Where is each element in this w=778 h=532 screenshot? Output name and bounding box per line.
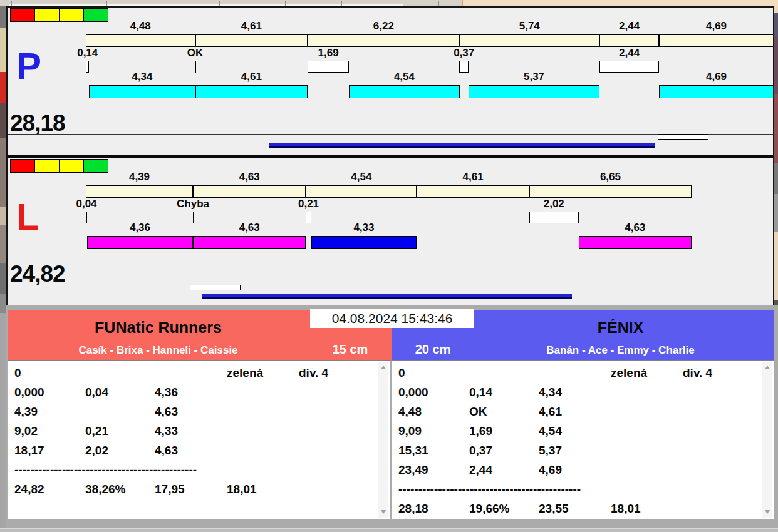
dog-run-label: 4,61 bbox=[217, 71, 286, 83]
jump-height-right: 20 cm bbox=[392, 342, 474, 357]
pass-gap-label: 1,69 bbox=[294, 47, 363, 59]
background-window-toolbar bbox=[0, 0, 778, 6]
dog-run-label: 4,34 bbox=[108, 71, 177, 83]
table-row: 4,48OK4,61 bbox=[392, 402, 761, 421]
time-cell: 9,09 bbox=[398, 421, 422, 441]
table-row: 9,091,694,54 bbox=[392, 421, 761, 441]
divider-dashes: ----------------------------------------… bbox=[398, 479, 581, 499]
lane-letter: L bbox=[16, 198, 39, 236]
edge-segment bbox=[0, 28, 6, 72]
table-row: 0zelenádiv. 4 bbox=[8, 363, 377, 382]
pass-tick bbox=[195, 61, 196, 73]
time-cell: 2,44 bbox=[469, 460, 492, 479]
split-time-label: 4,48 bbox=[106, 20, 175, 33]
summary-cell: 17,95 bbox=[155, 479, 185, 499]
scroll-up-icon[interactable] bbox=[381, 366, 386, 369]
pass-gap-label: Chyba bbox=[158, 198, 227, 210]
pass-gap-label: 0,14 bbox=[53, 47, 122, 59]
pass-gap-box bbox=[308, 61, 349, 73]
table-row: 24,8238,26%17,9518,01 bbox=[8, 479, 377, 499]
time-cell: 23,49 bbox=[398, 460, 428, 479]
scroll-down-icon[interactable] bbox=[381, 510, 386, 514]
timeline-track: 4,394,634,544,616,650,04Chyba0,212,024,3… bbox=[8, 158, 773, 305]
time-cell: 4,61 bbox=[539, 402, 562, 421]
table-row: 9,020,214,33 bbox=[8, 421, 377, 441]
pass-gap-box bbox=[459, 61, 468, 73]
edge-segment bbox=[774, 163, 778, 194]
time-cell: 4,54 bbox=[539, 421, 562, 441]
timeline-track: 4,484,616,225,742,444,690,14OK1,690,372,… bbox=[8, 8, 773, 155]
division-label: div. 4 bbox=[683, 363, 712, 382]
pass-gap-label: 0,04 bbox=[52, 198, 121, 210]
dog-run-label: 4,36 bbox=[105, 222, 174, 234]
progress-bar bbox=[269, 143, 655, 148]
pass-gap-box bbox=[86, 212, 87, 223]
scrollbar[interactable] bbox=[762, 362, 772, 518]
split-time-label: 4,61 bbox=[438, 171, 507, 183]
toolbar-divider bbox=[395, 1, 395, 6]
marker-box bbox=[190, 285, 241, 290]
status-label: zelená bbox=[611, 363, 647, 382]
scroll-down-icon[interactable] bbox=[765, 510, 770, 514]
split-segment bbox=[529, 185, 692, 198]
dog-run-bar bbox=[87, 236, 194, 249]
edge-segment bbox=[774, 94, 778, 163]
split-time-label: 4,63 bbox=[215, 171, 284, 183]
time-cell: 15,31 bbox=[398, 441, 428, 460]
split-segment bbox=[86, 185, 193, 198]
split-time-label: 6,22 bbox=[349, 20, 418, 33]
toolbar-divider bbox=[341, 1, 342, 6]
table-row: 23,492,444,69 bbox=[392, 460, 761, 479]
jump-height-left: 15 cm bbox=[309, 342, 392, 357]
summary-cell: 23,55 bbox=[539, 499, 569, 518]
summary-cell: 19,66% bbox=[469, 499, 509, 518]
heat-number: 0 bbox=[398, 363, 405, 382]
split-time-label: 5,74 bbox=[495, 20, 564, 33]
edge-segment bbox=[0, 263, 6, 294]
toolbar-divider bbox=[160, 1, 160, 6]
time-cell: 0,04 bbox=[85, 382, 108, 402]
dog-run-label: 5,37 bbox=[500, 71, 569, 83]
time-cell: 4,33 bbox=[155, 421, 178, 441]
lane-right-P: 4,484,616,225,742,444,690,14OK1,690,372,… bbox=[8, 8, 773, 155]
scrollbar[interactable] bbox=[378, 362, 388, 518]
summary-cell: 28,18 bbox=[398, 499, 428, 518]
results-rows-left: 0zelenádiv. 40,0000,044,364,394,639,020,… bbox=[8, 363, 377, 499]
lane-left-L: 4,394,634,544,616,650,04Chyba0,212,024,3… bbox=[8, 158, 773, 305]
table-row: 0,0000,044,36 bbox=[8, 382, 377, 402]
pass-gap-label: 0,37 bbox=[430, 47, 499, 59]
split-time-label: 4,61 bbox=[217, 20, 286, 33]
team-name-left: FUNatic Runners bbox=[8, 318, 309, 337]
edge-segment bbox=[0, 138, 6, 207]
summary-cell: 18,01 bbox=[611, 499, 641, 518]
toolbar-divider bbox=[11, 1, 12, 6]
dog-run-bar bbox=[89, 85, 195, 98]
time-cell: 2,02 bbox=[85, 441, 108, 460]
split-segment bbox=[193, 185, 306, 198]
table-row: 4,394,63 bbox=[8, 402, 377, 421]
team-dogs-left: Casík - Brixa - Hanneli - Caissie bbox=[8, 344, 309, 357]
summary-cell: 18,01 bbox=[227, 479, 257, 499]
edge-segment bbox=[774, 38, 778, 94]
time-cell: 0,37 bbox=[469, 441, 492, 460]
dog-run-label: 4,33 bbox=[329, 222, 398, 234]
time-cell: 0,000 bbox=[398, 382, 428, 402]
split-time-label: 2,44 bbox=[595, 20, 664, 33]
scroll-up-icon[interactable] bbox=[765, 366, 770, 369]
table-row: 28,1819,66%23,5518,01 bbox=[392, 499, 761, 518]
edge-segment bbox=[774, 232, 778, 300]
edge-segment bbox=[0, 313, 6, 532]
scoreboard: FUNatic Runners Casík - Brixa - Hanneli … bbox=[6, 305, 778, 532]
time-cell: 4,39 bbox=[14, 402, 38, 421]
results-table-right: 0zelenádiv. 40,0000,144,344,48OK4,619,09… bbox=[392, 360, 774, 519]
toolbar-divider bbox=[285, 1, 286, 6]
dog-run-label: 4,63 bbox=[215, 222, 284, 234]
pass-gap-box bbox=[86, 61, 89, 73]
split-segment bbox=[195, 34, 308, 47]
dog-run-label: 4,69 bbox=[682, 71, 751, 83]
time-cell: OK bbox=[469, 402, 487, 421]
heat-number: 0 bbox=[14, 363, 21, 382]
lane-total-time: 24,82 bbox=[10, 261, 65, 287]
division-label: div. 4 bbox=[299, 363, 328, 382]
pass-gap-label: 0,21 bbox=[274, 198, 343, 210]
